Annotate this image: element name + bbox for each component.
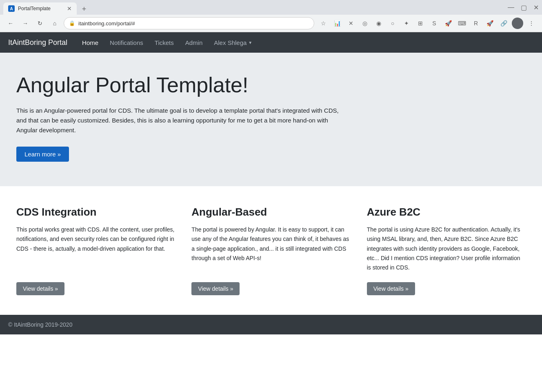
feature-title-azure: Azure B2C <box>367 206 526 218</box>
dropdown-caret-icon: ▼ <box>248 40 252 45</box>
view-details-cds-button[interactable]: View details » <box>16 282 64 295</box>
tab-title: PortalTemplate <box>18 6 64 11</box>
forward-button[interactable]: → <box>20 18 31 29</box>
footer-copyright: © ItAintBoring 2019-2020 <box>8 321 72 328</box>
feature-title-cds: CDS Integration <box>16 206 175 218</box>
features-section: CDS Integration This portal works great … <box>0 186 542 314</box>
refresh-button[interactable]: ↻ <box>34 18 46 29</box>
extension-icon-2[interactable]: ✕ <box>345 18 357 29</box>
extension-icon-10[interactable]: ⌨ <box>456 18 468 29</box>
tab-close-button[interactable]: ✕ <box>67 5 72 12</box>
nav-link-admin[interactable]: Admin <box>180 36 208 49</box>
extension-icon-12[interactable]: 🚀 <box>484 18 495 29</box>
learn-more-button[interactable]: Learn more » <box>16 147 69 162</box>
feature-card-angular: Angular-Based The portal is powered by A… <box>191 206 350 295</box>
feature-card-azure: Azure B2C The portal is using Azure B2C … <box>367 206 526 295</box>
extension-icon-11[interactable]: R <box>470 18 482 29</box>
feature-card-cds: CDS Integration This portal works great … <box>16 206 175 295</box>
extension-icon-13[interactable]: 🔗 <box>498 18 509 29</box>
browser-titlebar: A PortalTemplate ✕ + — ▢ ✕ <box>0 0 542 15</box>
feature-desc-cds: This portal works great with CDS. All th… <box>16 225 175 272</box>
maximize-button[interactable]: ▢ <box>521 4 527 11</box>
toolbar-actions: ☆ 📊 ✕ ◎ ◉ ○ ✦ ⊞ S 🚀 ⌨ R 🚀 🔗 ⋮ <box>318 18 537 29</box>
extension-icon-1[interactable]: 📊 <box>331 18 343 29</box>
window-controls: — ▢ ✕ <box>508 4 539 11</box>
browser-toolbar: ← → ↻ ⌂ 🔒 itaintboring.com/portal/# ☆ 📊 … <box>0 15 542 32</box>
feature-desc-azure: The portal is using Azure B2C for authen… <box>367 225 526 272</box>
home-button[interactable]: ⌂ <box>49 18 60 29</box>
extension-icon-6[interactable]: ✦ <box>401 18 412 29</box>
profile-avatar[interactable] <box>512 18 523 29</box>
extension-icon-8[interactable]: S <box>429 18 440 29</box>
hero-section: Angular Portal Template! This is an Angu… <box>0 53 542 186</box>
extension-icon-3[interactable]: ◎ <box>359 18 371 29</box>
app-nav-links: Home Notifications Tickets Admin Alex Sh… <box>77 36 257 49</box>
bookmark-icon[interactable]: ☆ <box>318 18 329 29</box>
extension-icon-7[interactable]: ⊞ <box>415 18 426 29</box>
nav-link-home[interactable]: Home <box>77 36 103 49</box>
extension-icon-5[interactable]: ○ <box>387 18 398 29</box>
nav-link-tickets[interactable]: Tickets <box>150 36 179 49</box>
lock-icon: 🔒 <box>69 20 75 26</box>
nav-link-notifications[interactable]: Notifications <box>105 36 148 49</box>
tab-favicon: A <box>8 5 15 12</box>
feature-desc-angular: The portal is powered by Angular. It is … <box>191 225 350 272</box>
address-bar[interactable]: 🔒 itaintboring.com/portal/# <box>64 17 314 29</box>
minimize-button[interactable]: — <box>508 4 514 11</box>
extension-icon-4[interactable]: ◉ <box>373 18 384 29</box>
browser-tabs: A PortalTemplate ✕ + <box>3 0 90 15</box>
feature-title-angular: Angular-Based <box>191 206 350 218</box>
hero-title: Angular Portal Template! <box>16 72 526 98</box>
extension-icon-9[interactable]: 🚀 <box>442 18 454 29</box>
new-tab-button[interactable]: + <box>78 3 90 15</box>
view-details-angular-button[interactable]: View details » <box>191 282 240 295</box>
url-text: itaintboring.com/portal/# <box>78 20 135 27</box>
app-navbar: ItAintBoring Portal Home Notifications T… <box>0 32 542 53</box>
view-details-azure-button[interactable]: View details » <box>367 282 415 295</box>
back-button[interactable]: ← <box>5 18 16 29</box>
browser-chrome: A PortalTemplate ✕ + — ▢ ✕ ← → ↻ ⌂ 🔒 ita… <box>0 0 542 32</box>
browser-tab-active[interactable]: A PortalTemplate ✕ <box>3 2 77 15</box>
nav-link-user[interactable]: Alex Shlega ▼ <box>209 36 257 49</box>
app-footer: © ItAintBoring 2019-2020 <box>0 315 542 334</box>
app-brand: ItAintBoring Portal <box>8 38 67 47</box>
hero-description: This is an Angular-powered portal for CD… <box>16 106 343 135</box>
close-window-button[interactable]: ✕ <box>533 4 539 11</box>
menu-button[interactable]: ⋮ <box>526 18 537 29</box>
